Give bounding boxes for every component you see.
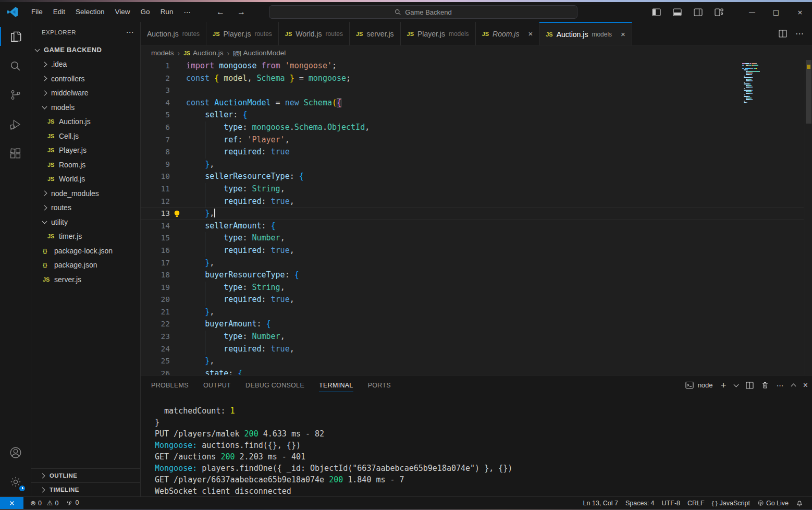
terminal-profile-dropdown-icon[interactable] xyxy=(733,382,739,387)
close-panel-icon[interactable]: × xyxy=(803,381,808,390)
remote-indicator[interactable] xyxy=(0,497,23,509)
status-language-mode[interactable]: { }JavaScript xyxy=(708,500,754,507)
status-indentation[interactable]: Spaces: 4 xyxy=(622,500,658,507)
split-editor-icon[interactable] xyxy=(779,30,787,38)
code-line-26[interactable]: 26 state: { xyxy=(141,368,804,375)
customize-layout-icon[interactable] xyxy=(711,5,727,19)
nav-back-button[interactable]: ← xyxy=(215,7,226,17)
activity-bar-explorer[interactable] xyxy=(0,22,31,51)
menu-item-run[interactable]: Run xyxy=(155,6,179,18)
toggle-secondary-sidebar-icon[interactable] xyxy=(690,5,706,19)
status-eol[interactable]: CRLF xyxy=(684,500,708,507)
activity-bar-source-control[interactable] xyxy=(0,80,31,110)
breadcrumb-item[interactable]: AuctionModel xyxy=(243,49,286,57)
panel-tab-debug-console[interactable]: DEBUG CONSOLE xyxy=(245,375,304,395)
status-go-live[interactable]: Go Live xyxy=(754,500,792,507)
breadcrumb-item[interactable]: models xyxy=(151,49,174,57)
panel-tab-problems[interactable]: PROBLEMS xyxy=(151,375,189,395)
code-line-16[interactable]: 16 required: true, xyxy=(141,245,804,257)
activity-bar-run-debug[interactable] xyxy=(0,110,31,139)
menu-item-file[interactable]: File xyxy=(26,6,48,18)
code-line-9[interactable]: 9 }, xyxy=(141,159,804,171)
tab-Player-js-models[interactable]: JSPlayer.jsmodels xyxy=(401,22,476,45)
code-line-13[interactable]: 13 }, xyxy=(141,208,804,220)
tab-Room-js-[interactable]: JSRoom.js× xyxy=(476,22,540,45)
menu-item-go[interactable]: Go xyxy=(136,6,155,18)
panel-tab-output[interactable]: OUTPUT xyxy=(203,375,231,395)
menu-item-selection[interactable]: Selection xyxy=(70,6,110,18)
terminal-profile-label[interactable]: node xyxy=(698,381,713,389)
activity-bar-account[interactable] xyxy=(0,438,31,467)
code-line-3[interactable]: 3 xyxy=(141,84,804,97)
code-editor[interactable]: 1import mongoose from 'mongoose';2const … xyxy=(141,60,812,375)
terminal-output[interactable]: matchedCount: 1}PUT /players/malek 200 4… xyxy=(141,395,812,496)
tree-root-folder[interactable]: GAME BACKEND xyxy=(31,43,140,57)
toggle-panel-icon[interactable] xyxy=(669,5,685,19)
activity-bar-extensions[interactable] xyxy=(0,139,31,168)
panel-tab-terminal[interactable]: TERMINAL xyxy=(319,375,353,395)
tab-Auction-js-models[interactable]: JSAuction.jsmodels× xyxy=(539,22,632,45)
tree-item-Cell-js[interactable]: JSCell.js xyxy=(31,129,140,143)
menu-item-view[interactable]: View xyxy=(110,6,136,18)
code-line-8[interactable]: 8 required: true xyxy=(141,146,804,159)
tab-server-js-[interactable]: JSserver.js xyxy=(350,22,401,45)
code-line-24[interactable]: 24 required: true, xyxy=(141,343,804,356)
code-line-10[interactable]: 10 sellerResourceType: { xyxy=(141,171,804,183)
code-line-1[interactable]: 1import mongoose from 'mongoose'; xyxy=(141,60,804,72)
notifications-bell-icon[interactable] xyxy=(792,500,807,507)
tree-item-server-js[interactable]: JSserver.js xyxy=(31,272,140,287)
tree-item-controllers[interactable]: controllers xyxy=(31,71,140,86)
tree-item-timer-js[interactable]: JStimer.js xyxy=(31,229,140,244)
editor-scrollbar-slider[interactable] xyxy=(806,60,811,124)
code-line-7[interactable]: 7 ref: 'Player', xyxy=(141,134,804,147)
tab-close-icon[interactable]: × xyxy=(621,30,625,39)
menu-item-edit[interactable]: Edit xyxy=(48,6,70,18)
window-minimize-button[interactable]: — xyxy=(740,2,764,22)
code-line-23[interactable]: 23 type: Number, xyxy=(141,331,804,343)
editor-more-actions-icon[interactable]: ⋯ xyxy=(795,29,804,39)
window-close-button[interactable]: × xyxy=(788,2,812,22)
code-line-19[interactable]: 19 type: String, xyxy=(141,282,804,294)
code-line-15[interactable]: 15 type: Number, xyxy=(141,232,804,245)
minimap[interactable] xyxy=(742,63,771,104)
tab-Player-js-routes[interactable]: JSPlayer.jsroutes xyxy=(206,22,279,45)
tree-item-middelware[interactable]: middelware xyxy=(31,86,140,101)
window-maximize-button[interactable]: □ xyxy=(764,2,788,22)
tree-item-Room-js[interactable]: JSRoom.js xyxy=(31,157,140,172)
code-line-17[interactable]: 17 }, xyxy=(141,257,804,270)
sidebar-section-timeline[interactable]: TIMELINE xyxy=(31,482,140,496)
panel-more-actions-icon[interactable]: ⋯ xyxy=(777,381,784,390)
nav-forward-button[interactable]: → xyxy=(236,7,247,17)
tab-Auction-js-routes[interactable]: Auction.jsroutes xyxy=(141,22,206,45)
tree-item-Player-js[interactable]: JSPlayer.js xyxy=(31,143,140,158)
ports-status[interactable]: 0 xyxy=(62,499,82,506)
tree-item-routes[interactable]: routes xyxy=(31,201,140,215)
code-line-25[interactable]: 25 }, xyxy=(141,355,804,368)
code-line-14[interactable]: 14 sellerAmount: { xyxy=(141,220,804,233)
code-line-6[interactable]: 6 type: mongoose.Schema.ObjectId, xyxy=(141,122,804,134)
code-line-12[interactable]: 12 required: true, xyxy=(141,196,804,208)
code-line-5[interactable]: 5 seller: { xyxy=(141,109,804,122)
command-center-search[interactable]: Game Backend xyxy=(269,5,577,19)
split-terminal-icon[interactable] xyxy=(746,382,754,389)
toggle-sidebar-icon[interactable] xyxy=(648,5,664,19)
tree-item-utility[interactable]: utility xyxy=(31,215,140,229)
code-line-18[interactable]: 18 buyerResourceType: { xyxy=(141,269,804,282)
code-line-4[interactable]: 4const AuctionModel = new Schema({ xyxy=(141,97,804,110)
code-line-11[interactable]: 11 type: String, xyxy=(141,183,804,196)
status-encoding[interactable]: UTF-8 xyxy=(658,500,684,507)
activity-bar-settings-gear[interactable] xyxy=(0,467,31,496)
code-line-21[interactable]: 21 }, xyxy=(141,306,804,319)
tab-World-js-routes[interactable]: JSWorld.jsroutes xyxy=(279,22,350,45)
breadcrumb-item[interactable]: Auction.js xyxy=(193,49,224,57)
tree-item-node-modules[interactable]: node_modules xyxy=(31,186,140,201)
menu-item-more[interactable]: ⋯ xyxy=(178,6,196,18)
tree-item--idea[interactable]: .idea xyxy=(31,57,140,72)
tree-item-World-js[interactable]: JSWorld.js xyxy=(31,172,140,187)
tree-item-package-json[interactable]: {}package.json xyxy=(31,258,140,273)
code-line-22[interactable]: 22 buyerAmount: { xyxy=(141,318,804,331)
sidebar-section-outline[interactable]: OUTLINE xyxy=(31,468,140,482)
tree-item-Auction-js[interactable]: JSAuction.js xyxy=(31,115,140,129)
maximize-panel-icon[interactable] xyxy=(791,384,796,389)
problems-status[interactable]: ⊗ 0 ⚠ 0 xyxy=(27,499,62,507)
